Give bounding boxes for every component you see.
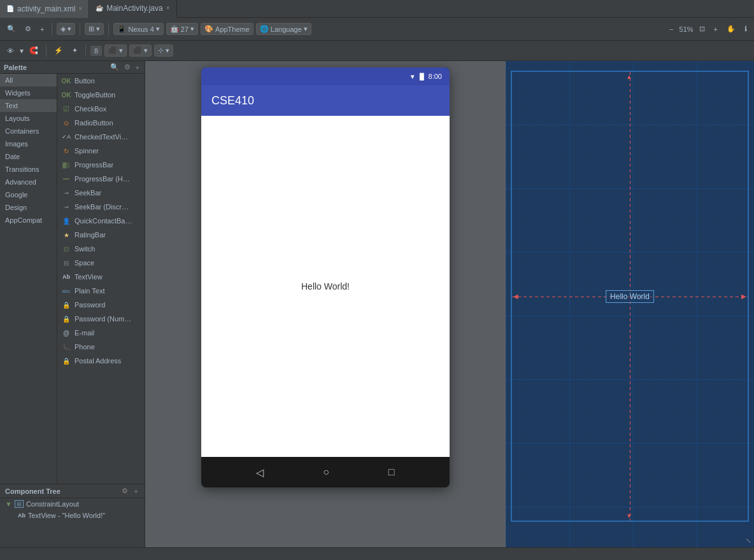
palette-item-phone[interactable]: 📞 Phone xyxy=(57,340,145,354)
palette-item-button[interactable]: OK Button xyxy=(57,74,145,88)
palette-cat-widgets[interactable]: Widgets xyxy=(0,87,57,99)
device-label: Nexus 4 xyxy=(128,25,153,33)
palette-item-progressbar[interactable]: ▓▒ ProgressBar xyxy=(57,158,145,172)
search-button[interactable]: 🔍 xyxy=(4,24,19,34)
tab-java[interactable]: ☕ MainActivity.java × xyxy=(89,0,176,18)
palette-item-radiobutton[interactable]: ⊙ RadioButton xyxy=(57,116,145,130)
eye-button[interactable]: 👁 xyxy=(4,46,17,56)
palette-header: Palette 🔍 ⚙ + xyxy=(0,61,145,74)
back-nav-icon[interactable]: ◁ xyxy=(256,466,264,479)
zoom-in-button[interactable]: + xyxy=(711,24,721,34)
tree-item-textview[interactable]: Ab TextView - "Hello World!" xyxy=(0,510,145,521)
palette-item-switch[interactable]: ⊡ Switch xyxy=(57,242,145,256)
palette-item-togglebutton[interactable]: OK ToggleButton xyxy=(57,88,145,102)
palette-cat-google[interactable]: Google xyxy=(0,188,57,201)
guidelines-dropdown[interactable]: ⊹ ▾ xyxy=(154,45,173,57)
home-nav-icon[interactable]: ○ xyxy=(323,466,329,478)
pan-button[interactable]: ✋ xyxy=(723,24,739,34)
palette-item-checkbox[interactable]: ☑ CheckBox xyxy=(57,102,145,116)
settings-button[interactable]: ⚙ xyxy=(22,24,34,34)
tree-item-constraint-layout[interactable]: ▼ ⊞ ConstraintLayout xyxy=(0,498,145,510)
tab-java-close[interactable]: × xyxy=(166,4,170,11)
palette-item-ratingbar[interactable]: ★ RatingBar xyxy=(57,228,145,242)
palette-item-spinner-label: Spinner xyxy=(75,147,99,155)
add-button[interactable]: + xyxy=(37,24,47,34)
palette-title: Palette xyxy=(4,64,27,71)
separator-3 xyxy=(108,23,109,36)
margin-btn[interactable]: 8 xyxy=(90,46,102,56)
api-label: 27 xyxy=(181,25,188,33)
orientation-dropdown[interactable]: ⊞ ▾ xyxy=(85,23,104,35)
align-v-dropdown[interactable]: ⬛ ▾ xyxy=(129,45,152,57)
plaintext-icon: abc xyxy=(61,286,71,296)
textview-icon: Ab xyxy=(61,272,71,282)
palette-item-quickcontact[interactable]: 👤 QuickContactBa… xyxy=(57,214,145,228)
device-dropdown[interactable]: 📱 Nexus 4 ▾ xyxy=(113,23,163,35)
palette-cat-containers[interactable]: Containers xyxy=(0,125,57,137)
wifi-icon: ▼ xyxy=(409,73,416,80)
info-button[interactable]: ℹ xyxy=(741,24,750,34)
design-mode-dropdown[interactable]: ◈ ▾ xyxy=(57,23,75,35)
palette-cat-all[interactable]: All xyxy=(0,74,57,87)
palette-cat-appcompat[interactable]: AppCompat xyxy=(0,214,57,227)
language-dropdown[interactable]: 🌐 Language ▾ xyxy=(256,23,311,35)
orientation-arrow: ▾ xyxy=(96,25,100,33)
zoom-fit-button[interactable]: ⊡ xyxy=(696,24,708,34)
palette-item-seekbar-d[interactable]: ⊸ SeekBar (Discr… xyxy=(57,200,145,214)
tree-textview-label: TextView - "Hello World!" xyxy=(28,512,105,519)
align-h-dropdown[interactable]: ⬛ ▾ xyxy=(104,45,127,57)
magnet-button[interactable]: 🧲 xyxy=(26,45,41,56)
palette-item-spinner[interactable]: ↻ Spinner xyxy=(57,144,145,158)
palette-item-progressbar-label: ProgressBar xyxy=(75,161,113,169)
language-label: Language xyxy=(271,25,302,33)
align-h-arrow: ▾ xyxy=(119,46,123,55)
auto-connect-btn[interactable]: ✦ xyxy=(69,45,81,56)
zoom-out-button[interactable]: − xyxy=(666,24,676,34)
tree-expand-icon: ▼ xyxy=(5,500,12,508)
togglebutton-icon: OK xyxy=(61,90,71,100)
tab-xml-close[interactable]: × xyxy=(78,5,82,12)
palette-cat-advanced[interactable]: Advanced xyxy=(0,176,57,188)
layout-icon: ⊞ xyxy=(15,500,24,508)
phone-status-bar: ▼ ▉ 8:00 xyxy=(201,67,450,85)
palette-item-email[interactable]: @ E-mail xyxy=(57,326,145,340)
palette-item-password-num-label: Password (Num… xyxy=(75,315,131,323)
constraint-btn[interactable]: ⚡ xyxy=(51,45,66,56)
palette-item-progressbar-h-label: ProgressBar (H… xyxy=(75,175,130,183)
palette-item-password[interactable]: 🔒 Password xyxy=(57,298,145,312)
palette-cat-date[interactable]: Date xyxy=(0,150,57,163)
palette-item-seekbar[interactable]: ⊸ SeekBar xyxy=(57,186,145,200)
phone-nav-bar: ◁ ○ □ xyxy=(201,457,450,487)
theme-dropdown[interactable]: 🎨 AppTheme xyxy=(201,23,253,35)
palette-search-button[interactable]: 🔍 xyxy=(109,63,120,71)
palette-item-textview-label: TextView xyxy=(75,273,103,281)
palette-item-textview[interactable]: Ab TextView xyxy=(57,270,145,284)
palette-cat-layouts[interactable]: Layouts xyxy=(0,112,57,125)
palette-item-postal[interactable]: 🔒 Postal Address xyxy=(57,354,145,368)
palette-add-button[interactable]: + xyxy=(134,63,141,71)
phone-content: Hello World! xyxy=(201,116,450,457)
palette-item-space[interactable]: ⊟ Space xyxy=(57,256,145,270)
component-tree-settings[interactable]: ⚙ xyxy=(120,487,129,495)
email-icon: @ xyxy=(61,328,71,338)
tab-xml[interactable]: 📄 activity_main.xml × xyxy=(0,0,89,18)
palette-cat-images[interactable]: Images xyxy=(0,137,57,150)
palette-settings-button[interactable]: ⚙ xyxy=(123,63,132,71)
component-tree-add[interactable]: + xyxy=(133,487,139,495)
palette-item-button-label: Button xyxy=(75,77,95,85)
palette-item-progressbar-h[interactable]: ━━ ProgressBar (H… xyxy=(57,172,145,186)
palette-cat-design[interactable]: Design xyxy=(0,201,57,214)
hello-world-blueprint[interactable]: Hello World xyxy=(606,290,654,303)
resize-handle[interactable]: ⤡ xyxy=(746,537,751,544)
palette-item-plaintext[interactable]: abc Plain Text xyxy=(57,284,145,298)
tab-xml-label: activity_main.xml xyxy=(17,4,75,13)
recent-nav-icon[interactable]: □ xyxy=(388,466,395,478)
palette-cat-transitions[interactable]: Transitions xyxy=(0,163,57,176)
api-dropdown[interactable]: 🤖 27 ▾ xyxy=(166,23,198,35)
eye-btn-arrow: ▾ xyxy=(20,46,24,55)
palette-item-password-num[interactable]: 🔒 Password (Num… xyxy=(57,312,145,326)
palette-item-checkedtextview[interactable]: ✓A CheckedTextVi… xyxy=(57,130,145,144)
device-icon: 📱 xyxy=(117,25,126,33)
sep-4 xyxy=(46,45,46,57)
palette-cat-text[interactable]: Text xyxy=(0,99,57,112)
